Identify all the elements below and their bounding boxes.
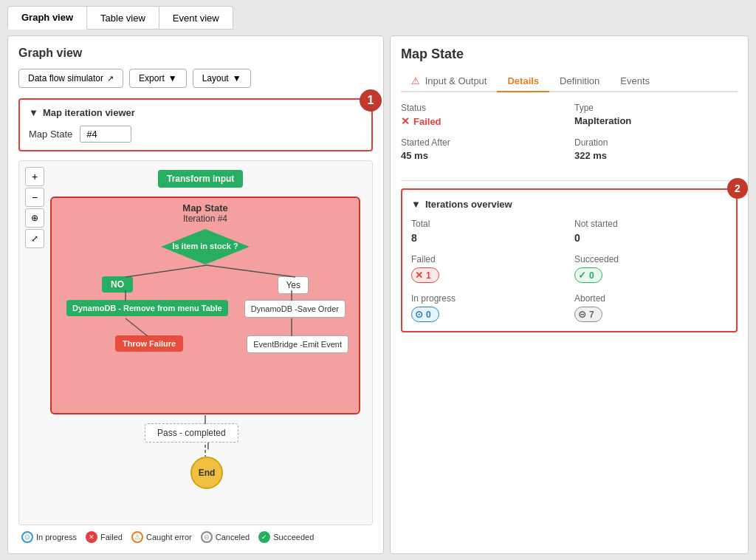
- layout-button[interactable]: Layout ▼: [193, 69, 251, 88]
- duration-value: 322 ms: [574, 150, 738, 161]
- succeeded-icon: ✓: [258, 531, 270, 543]
- map-state-subtitle: Iteration #4: [52, 214, 359, 224]
- total-value: 8: [411, 232, 564, 244]
- started-after-item: Started After 45 ms: [401, 137, 564, 161]
- throw-failure-node: Throw Failure: [115, 335, 183, 352]
- right-panel-title: Map State: [401, 47, 738, 62]
- legend: ⊙ In progress ✕ Failed ⚠ Caught error ⊝ …: [18, 525, 373, 543]
- succeeded-iter-label: Succeeded: [574, 254, 727, 264]
- status-text: Failed: [413, 116, 441, 127]
- chevron-iter-icon: ▼: [411, 199, 421, 210]
- legend-succeeded: ✓ Succeeded: [258, 531, 314, 543]
- started-after-value: 45 ms: [401, 150, 564, 161]
- chevron-down-icon: ▼: [168, 73, 177, 83]
- type-item: Type MapIteration: [574, 103, 738, 127]
- chevron-down-icon-layout: ▼: [233, 73, 241, 83]
- caught-error-icon: ⚠: [131, 531, 143, 543]
- tab-input-output[interactable]: ⚠ Input & Output: [401, 71, 497, 91]
- total-label: Total: [411, 219, 564, 229]
- status-value: ✕ Failed: [401, 115, 564, 127]
- svg-line-10: [207, 265, 295, 277]
- legend-canceled: ⊝ Canceled: [201, 531, 250, 543]
- in-progress-icon: ⊙: [21, 531, 33, 543]
- viewer-header: ▼ Map iteration viewer: [29, 107, 362, 118]
- succeeded-iter-value: 0: [589, 270, 594, 281]
- duration-item: Duration 322 ms: [574, 137, 738, 161]
- in-progress-badge: ⊙ 0: [411, 307, 439, 322]
- iterations-overview-section: ▼ Iterations overview Total 8 Not starte…: [401, 188, 738, 332]
- callout-badge-1: 1: [360, 89, 382, 112]
- transform-input-node: Transform input: [158, 170, 243, 188]
- failed-badge: ✕ 1: [411, 267, 439, 283]
- warning-icon: ⚠: [411, 75, 420, 86]
- failed-iter-value: 1: [426, 270, 431, 281]
- failed-item: Failed ✕ 1: [411, 254, 564, 283]
- tab-events[interactable]: Events: [610, 71, 660, 91]
- center-button[interactable]: ⊕: [25, 208, 44, 228]
- canceled-icon: ⊝: [201, 531, 213, 543]
- tab-table-view[interactable]: Table view: [87, 6, 159, 30]
- failed-label: Failed: [100, 533, 123, 542]
- fit-button[interactable]: ⤢: [25, 229, 44, 248]
- aborted-iter-label: Aborted: [574, 293, 727, 304]
- map-state-title: Map State: [52, 198, 359, 214]
- tab-definition[interactable]: Definition: [549, 71, 610, 91]
- zoom-out-button[interactable]: −: [25, 188, 44, 207]
- left-panel-title: Graph view: [18, 47, 373, 60]
- failed-iter-label: Failed: [411, 254, 564, 264]
- chevron-down-icon-viewer: ▼: [29, 107, 38, 118]
- status-label: Status: [401, 103, 564, 113]
- in-progress-label: In progress: [36, 533, 77, 542]
- map-state-select-wrapper: #4 #1 #2 #3: [80, 126, 131, 143]
- in-progress-iter-label: In progress: [411, 293, 564, 304]
- tab-details[interactable]: Details: [497, 71, 549, 91]
- duration-label: Duration: [574, 137, 738, 148]
- zoom-controls: + − ⊕ ⤢: [25, 167, 44, 248]
- type-value: MapIteration: [574, 115, 738, 126]
- map-state-label: Map State: [29, 129, 72, 140]
- tab-event-view[interactable]: Event view: [159, 6, 233, 30]
- failed-badge-icon: ✕: [415, 270, 423, 281]
- viewer-title: Map iteration viewer: [43, 107, 135, 118]
- simulator-label: Data flow simulator: [28, 73, 103, 83]
- right-tabs: ⚠ Input & Output Details Definition Even…: [401, 71, 738, 92]
- export-button[interactable]: Export ▼: [129, 69, 187, 88]
- legend-caught-error: ⚠ Caught error: [131, 531, 192, 543]
- tab-graph-view[interactable]: Graph view: [7, 6, 87, 30]
- pass-completed-node: Pass - completed: [145, 423, 238, 443]
- succeeded-badge: ✓ 0: [574, 267, 602, 283]
- data-flow-simulator-button[interactable]: Data flow simulator ↗: [18, 69, 123, 88]
- divider: [401, 180, 738, 181]
- not-started-label: Not started: [574, 219, 727, 229]
- total-item: Total 8: [411, 219, 564, 244]
- map-state-select[interactable]: #4 #1 #2 #3: [80, 126, 131, 143]
- started-after-label: Started After: [401, 137, 564, 148]
- dynamo-remove-node: DynamoDB - Remove from menu Table: [66, 300, 228, 316]
- yes-node: Yes: [278, 276, 309, 294]
- map-state-container: Map State Iteration #4 Is item in stock …: [50, 197, 360, 414]
- tab-input-output-label: Input & Output: [425, 75, 487, 86]
- is-item-label: Is item in stock ?: [172, 242, 238, 251]
- layout-label: Layout: [202, 73, 229, 83]
- external-link-icon: ↗: [107, 74, 114, 83]
- svg-line-9: [126, 265, 207, 277]
- aborted-iter-value: 7: [589, 310, 594, 320]
- iterations-grid: Total 8 Not started 0 Failed ✕ 1: [411, 219, 727, 322]
- not-started-value: 0: [574, 232, 727, 244]
- aborted-badge-icon: ⊝: [578, 309, 586, 320]
- is-item-in-stock-node: Is item in stock ?: [161, 229, 250, 264]
- graph-area: + − ⊕ ⤢: [18, 160, 373, 525]
- tab-definition-label: Definition: [560, 75, 599, 86]
- in-progress-badge-icon: ⊙: [415, 309, 423, 320]
- zoom-in-button[interactable]: +: [25, 167, 44, 186]
- eventbridge-node: EventBridge -Emit Event: [247, 335, 348, 353]
- canceled-label: Canceled: [216, 533, 250, 542]
- iterations-title: Iterations overview: [425, 199, 512, 210]
- iterations-header: ▼ Iterations overview: [411, 199, 727, 210]
- not-started-item: Not started 0: [574, 219, 727, 244]
- status-item: Status ✕ Failed: [401, 103, 564, 127]
- in-progress-iter-value: 0: [426, 310, 431, 320]
- caught-error-label: Caught error: [146, 533, 192, 542]
- tab-details-label: Details: [507, 75, 539, 86]
- aborted-item: Aborted ⊝ 7: [574, 293, 727, 322]
